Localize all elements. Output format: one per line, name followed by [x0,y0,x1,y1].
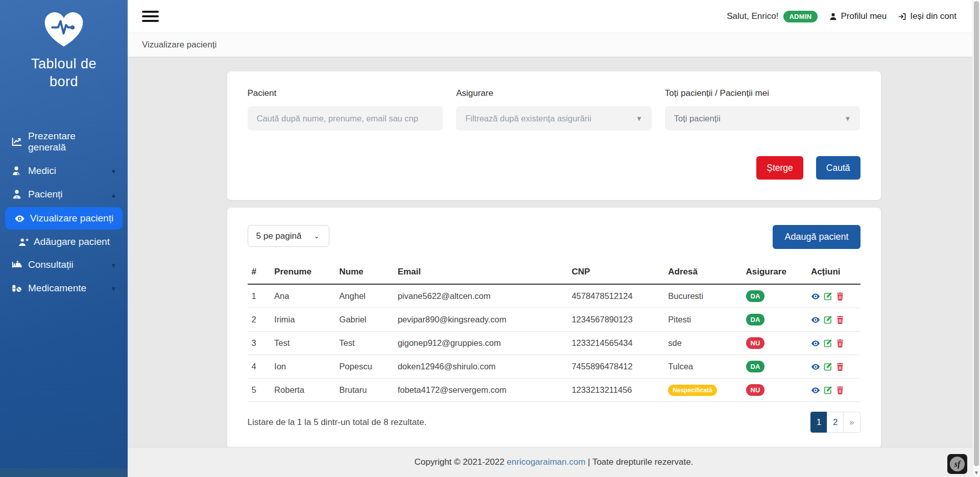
cell-last-name: Test [335,332,393,355]
scope-filter-select[interactable]: Toți pacienții ▼ [665,106,861,131]
pagination-next[interactable]: » [843,412,860,433]
cell-insurance: DA [742,284,807,308]
view-patient-icon[interactable] [811,386,820,395]
col-address: Adresă [664,262,742,284]
delete-patient-icon[interactable] [835,292,845,301]
page-size-select[interactable]: 5 pe pagină ⌄ [248,225,329,247]
cell-cnp: 4578478512124 [567,284,664,308]
sidebar-item-consultations[interactable]: Consultații ▾ [0,253,128,277]
add-patient-button[interactable]: Adaugă pacient [773,225,860,249]
cell-insurance: DA [742,308,807,332]
cell-index: 4 [248,355,271,379]
pagination-page-2[interactable]: 2 [827,412,844,433]
scope-select-value: Toți pacienții [674,114,721,123]
cell-cnp: 1234567890123 [567,308,664,332]
sidebar-item-label: Vizualizare pacienți [30,213,113,224]
cell-actions [807,308,861,332]
patients-table: # Prenume Nume Email CNP Adresă Asigurar… [248,262,861,402]
patients-table-card: 5 pe pagină ⌄ Adaugă pacient # Prenume N… [227,208,881,447]
user-icon [829,12,838,21]
edit-patient-icon[interactable] [823,292,832,301]
edit-patient-icon[interactable] [823,339,832,348]
insurance-filter-label: Asigurare [456,88,652,98]
scrollbar-arrow-down-icon[interactable]: ▼ [973,470,980,475]
profile-link[interactable]: Profilul meu [829,11,887,21]
delete-patient-icon[interactable] [835,315,845,324]
edit-patient-icon[interactable] [823,315,832,324]
table-row[interactable]: 2 Irimia Gabriel pevipar890@kingsready.c… [248,308,861,332]
symfony-profiler-toggle[interactable]: sf [947,454,967,474]
logout-link[interactable]: Ieși din cont [898,11,957,21]
delete-patient-icon[interactable] [835,386,845,395]
chevron-down-icon: ▼ [845,115,851,122]
breadcrumb[interactable]: Vizualizare pacienți [128,33,980,57]
cell-address: Bucuresti [664,284,742,308]
delete-patient-icon[interactable] [835,339,845,348]
scrollbar-thumb[interactable] [974,1,979,466]
edit-patient-icon[interactable] [823,386,832,395]
cell-address: Tulcea [664,355,742,379]
sidebar-item-doctors[interactable]: Medici ▾ [0,159,128,183]
cell-actions [807,379,861,402]
table-row[interactable]: 4 Ion Popescu doken12946@shirulo.com 745… [248,355,861,379]
sidebar-item-label: Medicamente [28,283,86,294]
table-row[interactable]: 5 Roberta Brutaru fobeta4172@servergem.c… [248,379,861,402]
cell-first-name: Ion [270,355,335,379]
pagination-page-1[interactable]: 1 [810,412,827,433]
delete-patient-icon[interactable] [835,362,845,371]
insurance-badge: NU [746,384,765,396]
edit-patient-icon[interactable] [823,362,832,371]
patient-search-input[interactable] [248,106,443,131]
chevron-down-icon[interactable]: ▾ [111,261,115,269]
user-greeting: Salut, Enrico! ADMIN [727,11,817,22]
cell-email: doken12946@shirulo.com [394,355,568,379]
cell-index: 2 [248,308,271,332]
view-patient-icon[interactable] [811,292,820,301]
search-button[interactable]: Caută [816,156,861,180]
view-patient-icon[interactable] [811,315,820,324]
vertical-scrollbar[interactable]: ▼ [972,0,980,477]
col-index: # [248,262,271,284]
col-first-name: Prenume [270,262,335,284]
cell-email: gigonep912@gruppies.com [394,332,568,355]
sidebar-item-add-patient[interactable]: Adăugare pacient [0,231,128,253]
col-insurance: Asigurare [742,262,807,284]
cell-insurance: NU [742,379,807,402]
address-badge: Nespecificată [668,385,716,396]
sidebar-nav: Prezentare generală Medici ▾ Pacienți ▴ [0,124,128,300]
insurance-filter-select[interactable]: Filtrează după existența asigurării ▼ [456,106,652,131]
view-patient-icon[interactable] [811,339,820,348]
sidebar-item-label: Pacienți [28,189,63,200]
table-header-row: # Prenume Nume Email CNP Adresă Asigurar… [248,262,861,284]
insurance-badge: NU [746,337,765,349]
sidebar-item-overview[interactable]: Prezentare generală [0,124,128,159]
cell-cnp: 7455896478412 [567,355,664,379]
chevron-up-icon[interactable]: ▴ [111,191,115,198]
col-cnp: CNP [567,262,664,284]
clear-button[interactable]: Șterge [756,156,803,180]
footer-site-link[interactable]: enricogaraiman.com [507,457,585,467]
hamburger-menu-icon[interactable] [142,11,159,22]
symfony-logo-icon: sf [950,457,965,471]
col-email: Email [394,262,568,284]
table-row[interactable]: 1 Ana Anghel pivane5622@altcen.com 45784… [248,284,861,308]
sidebar-item-view-patients[interactable]: Vizualizare pacienți [5,207,123,230]
chevron-down-icon[interactable]: ▾ [111,285,115,292]
cell-last-name: Brutaru [335,379,393,402]
cell-email: pivane5622@altcen.com [394,284,568,308]
sidebar-item-medications[interactable]: Medicamente ▾ [0,277,128,300]
procedures-bed-icon [11,259,22,270]
chart-line-icon [11,136,22,147]
app-logo [0,0,128,49]
user-plus-icon [18,237,29,247]
doctor-icon [11,165,22,177]
sidebar-item-label: Prezentare generală [28,131,115,153]
insurance-badge: DA [746,314,765,325]
chevron-down-icon[interactable]: ▾ [111,167,115,175]
table-row[interactable]: 3 Test Test gigonep912@gruppies.com 1233… [248,332,861,355]
view-patient-icon[interactable] [811,362,820,371]
cell-actions [807,355,861,379]
sidebar-item-patients[interactable]: Pacienți ▴ [0,183,128,206]
page-size-value: 5 pe pagină [256,231,302,241]
pills-icon [11,283,22,294]
